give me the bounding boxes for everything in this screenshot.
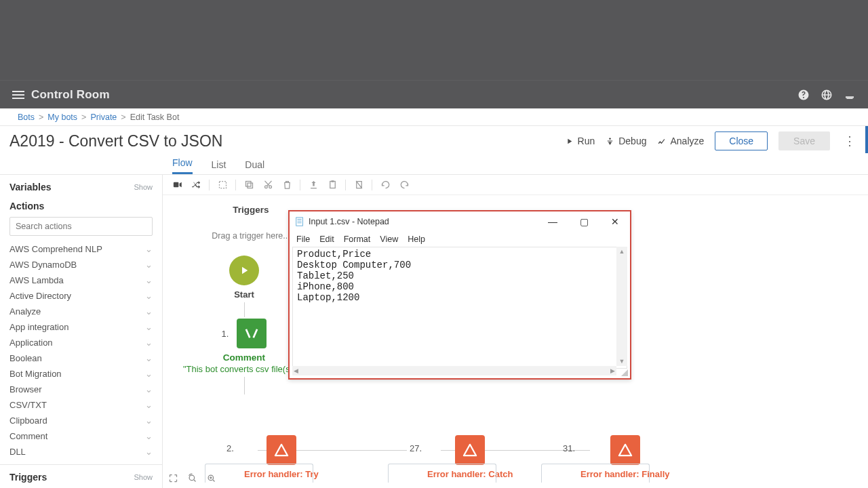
minimize-icon[interactable]: —	[543, 217, 562, 226]
scrollbar-vertical[interactable]: ▲▼	[616, 247, 627, 366]
close-button[interactable]: Close	[715, 131, 768, 150]
crumb-current: Edit Task Bot	[130, 113, 180, 122]
action-item[interactable]: App integration⌄	[0, 319, 162, 335]
fit-icon[interactable]	[167, 472, 179, 484]
action-item-label: AWS Lambda	[9, 275, 64, 285]
warning-icon	[267, 435, 296, 465]
action-list[interactable]: AWS Comprehend NLP⌄AWS DynamoDB⌄AWS Lamb…	[0, 241, 162, 464]
chevron-down-icon: ⌄	[145, 260, 153, 270]
chevron-down-icon: ⌄	[145, 447, 153, 457]
step-index: 31.	[563, 443, 575, 453]
chevron-down-icon: ⌄	[145, 400, 153, 410]
step-index-1: 1.	[222, 329, 229, 339]
delete-icon[interactable]	[281, 179, 293, 191]
action-item[interactable]: Analyze⌄	[0, 304, 162, 319]
run-button[interactable]: Run	[565, 136, 595, 146]
warning-icon	[610, 435, 640, 465]
svg-rect-5	[245, 182, 251, 187]
scrollbar-horizontal[interactable]: ◀▶	[292, 366, 616, 375]
notepad-titlebar[interactable]: Input 1.csv - Notepad — ▢ ✕	[290, 211, 630, 232]
paste-icon[interactable]	[326, 179, 338, 191]
search-actions-input[interactable]	[9, 217, 153, 236]
menu-format[interactable]: Format	[344, 235, 371, 244]
record-icon[interactable]	[171, 179, 183, 191]
menu-icon[interactable]	[12, 91, 24, 99]
error-node[interactable]: 2.Error handler: Try	[244, 435, 319, 479]
shuffle-icon[interactable]	[190, 179, 202, 191]
action-item[interactable]: Bot Migration⌄	[0, 366, 162, 382]
zoom-reset-icon[interactable]	[186, 472, 198, 484]
crumb-private[interactable]: Private	[90, 113, 117, 122]
analyze-button[interactable]: Analyze	[657, 136, 704, 146]
notepad-menu: File Edit Format View Help	[290, 232, 630, 247]
svg-rect-1	[847, 98, 853, 99]
action-item-label: Clipboard	[9, 415, 47, 426]
play-icon	[229, 256, 259, 285]
user-icon[interactable]	[844, 89, 856, 101]
variables-show-link[interactable]: Show	[134, 183, 153, 191]
upload-icon[interactable]	[307, 179, 319, 191]
error-node[interactable]: 31.Error handler: Finally	[580, 435, 669, 479]
error-frame	[205, 464, 313, 483]
globe-icon[interactable]	[821, 89, 833, 101]
resize-grip-icon[interactable]	[619, 367, 629, 377]
canvas-toolbar	[163, 175, 868, 195]
menu-file[interactable]: File	[296, 235, 310, 244]
triggers-label: Triggers	[9, 472, 47, 483]
action-item-label: AWS DynamoDB	[9, 260, 77, 270]
action-item[interactable]: AWS DynamoDB⌄	[0, 257, 162, 272]
action-item[interactable]: Clipboard⌄	[0, 413, 162, 428]
action-item-label: Browser	[9, 384, 42, 394]
maximize-icon[interactable]: ▢	[574, 217, 593, 226]
crumb-mybots[interactable]: My bots	[47, 113, 77, 122]
run-label: Run	[578, 136, 595, 146]
action-item[interactable]: DLL⌄	[0, 444, 162, 460]
triggers-show-link[interactable]: Show	[134, 473, 153, 481]
zoom-in-icon[interactable]	[205, 472, 217, 484]
svg-rect-4	[248, 183, 253, 188]
chevron-down-icon: ⌄	[145, 291, 153, 301]
action-item[interactable]: AWS Lambda⌄	[0, 272, 162, 288]
close-icon[interactable]: ✕	[606, 217, 625, 226]
connector-line	[244, 302, 245, 317]
more-menu-icon[interactable]: ⋮	[841, 134, 859, 148]
menu-view[interactable]: View	[380, 235, 398, 244]
app-topbar: Control Room	[0, 80, 868, 108]
action-item[interactable]: Active Directory⌄	[0, 288, 162, 304]
action-item[interactable]: Comment⌄	[0, 428, 162, 444]
action-item[interactable]: CSV/TXT⌄	[0, 397, 162, 413]
action-item[interactable]: Application⌄	[0, 335, 162, 350]
debug-button[interactable]: Debug	[606, 136, 646, 146]
notepad-text-area[interactable]: Product,Price Desktop Computer,700 Table…	[292, 247, 627, 369]
help-icon[interactable]	[797, 89, 810, 101]
tab-flow[interactable]: Flow	[172, 157, 193, 174]
cut-icon[interactable]	[262, 179, 274, 191]
error-node[interactable]: 27.Error handler: Catch	[427, 435, 513, 479]
chevron-down-icon: ⌄	[145, 338, 153, 348]
action-item-label: DLL	[9, 447, 26, 457]
error-frame	[541, 464, 650, 483]
menu-edit[interactable]: Edit	[319, 235, 334, 244]
menu-help[interactable]: Help	[408, 235, 425, 244]
action-item[interactable]: Browser⌄	[0, 382, 162, 397]
undo-icon[interactable]	[379, 179, 391, 191]
actions-label: Actions	[9, 201, 44, 211]
page-header: A2019 - Convert CSV to JSON Run Debug An…	[0, 126, 868, 156]
notepad-window[interactable]: Input 1.csv - Notepad — ▢ ✕ File Edit Fo…	[288, 210, 631, 380]
analyze-label: Analyze	[670, 136, 704, 146]
copy-icon[interactable]	[243, 179, 255, 191]
tab-dual[interactable]: Dual	[245, 159, 264, 174]
tab-list[interactable]: List	[212, 159, 226, 174]
action-item[interactable]: AWS Comprehend NLP⌄	[0, 241, 162, 257]
start-label: Start	[234, 289, 254, 300]
redo-icon[interactable]	[398, 179, 410, 191]
action-item[interactable]: Boolean⌄	[0, 350, 162, 366]
save-button[interactable]: Save	[778, 131, 830, 150]
snap-icon[interactable]	[216, 179, 229, 191]
crumb-bots[interactable]: Bots	[18, 113, 35, 122]
disable-icon[interactable]	[353, 179, 365, 191]
right-edge-handle[interactable]	[865, 126, 868, 153]
comment-title: Comment	[223, 352, 265, 363]
action-item-label: Bot Migration	[9, 369, 62, 379]
chevron-down-icon: ⌄	[145, 306, 153, 317]
